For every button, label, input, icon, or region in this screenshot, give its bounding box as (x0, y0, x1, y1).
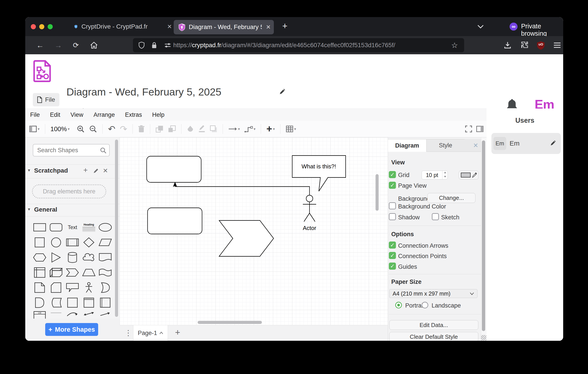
connection-points-checkbox[interactable]: ✓ (389, 252, 396, 259)
shadow-button[interactable] (210, 125, 217, 133)
pages-menu-kebab-icon[interactable]: ⋮ (125, 328, 132, 337)
menu-edit[interactable]: Edit (50, 112, 61, 118)
edit-name-pencil-icon[interactable] (550, 140, 556, 146)
shape-ellipse[interactable] (97, 220, 114, 235)
menu-file[interactable]: File (30, 112, 40, 118)
shape-heading[interactable]: Heading (81, 220, 97, 235)
table-button[interactable]: ▾ (286, 125, 296, 133)
shape-document[interactable] (97, 250, 114, 265)
macos-zoom-button[interactable] (48, 24, 53, 29)
menu-hamburger-icon[interactable] (553, 42, 561, 48)
node-rounded-rect-2[interactable] (147, 208, 202, 234)
shape-data-storage[interactable] (48, 295, 64, 310)
shape-step[interactable] (64, 265, 81, 280)
shape-triangle[interactable] (48, 250, 64, 265)
shadow-checkbox[interactable] (389, 213, 396, 220)
view-panels-button[interactable]: ▾ (29, 126, 40, 132)
tab-close-icon[interactable]: ✕ (167, 23, 172, 30)
shape-rounded-rectangle[interactable] (48, 220, 64, 235)
edit-data-button[interactable]: Edit Data... (389, 320, 478, 330)
zoom-in-button[interactable] (77, 125, 85, 133)
sketch-checkbox[interactable] (432, 213, 439, 220)
tab-list-chevron-icon[interactable] (477, 25, 484, 29)
grid-size-input[interactable] (422, 171, 442, 179)
zoom-out-button[interactable] (89, 125, 97, 133)
shape-cube[interactable] (48, 265, 64, 280)
grid-size-field[interactable] (422, 171, 448, 179)
menu-arrange[interactable]: Arrange (94, 112, 115, 118)
tracking-shield-icon[interactable] (139, 42, 145, 49)
downloads-icon[interactable] (504, 42, 511, 49)
grid-checkbox[interactable]: ✓ (389, 171, 396, 178)
shape-vertical-container[interactable] (81, 295, 97, 310)
forward-icon[interactable]: → (54, 36, 62, 54)
edge-actor-to-rect1[interactable] (173, 183, 310, 195)
shape-text[interactable]: Text (64, 220, 81, 235)
ublock-icon[interactable]: uO (537, 41, 545, 50)
waypoints-button[interactable]: ▾ (244, 125, 256, 133)
connection-style-button[interactable]: ▾ (228, 126, 240, 132)
shape-actor[interactable] (81, 280, 97, 295)
undo-button[interactable]: ↶ (108, 124, 116, 134)
general-section-header[interactable]: ▾ General (25, 204, 120, 216)
canvas-vertical-scrollbar[interactable] (376, 174, 379, 211)
page-view-checkbox[interactable]: ✓ (389, 182, 396, 189)
to-front-button[interactable] (156, 125, 164, 133)
tab-close-icon[interactable]: ✕ (266, 24, 271, 31)
shape-trapezoid[interactable] (81, 265, 97, 280)
shape-cylinder[interactable] (64, 250, 81, 265)
format-panel-toggle-button[interactable] (476, 126, 484, 132)
shape-diamond[interactable] (81, 235, 97, 250)
grid-color-button[interactable] (459, 171, 478, 179)
grid-size-stepper[interactable] (442, 171, 448, 179)
more-shapes-button[interactable]: + More Shapes (45, 323, 98, 336)
background-change-button[interactable]: Change... (427, 193, 475, 203)
resize-handle[interactable] (481, 335, 486, 340)
palette-scrollbar[interactable] (115, 140, 118, 317)
actor-label[interactable]: Actor (303, 225, 316, 231)
back-icon[interactable]: ← (36, 36, 44, 54)
shape-hexagon[interactable] (32, 250, 48, 265)
format-panel-scrollbar[interactable] (482, 140, 485, 331)
shape-process[interactable] (64, 235, 81, 250)
to-back-button[interactable] (168, 125, 176, 133)
connection-arrows-checkbox[interactable]: ✓ (389, 241, 396, 249)
shape-or[interactable] (97, 280, 114, 295)
shape-and[interactable] (32, 295, 48, 310)
bookmark-star-icon[interactable]: ☆ (451, 38, 458, 52)
user-card[interactable]: Em Em (491, 133, 561, 154)
clear-default-style-button[interactable]: Clear Default Style (389, 332, 478, 341)
shape-note[interactable] (32, 280, 48, 295)
scratchpad-add-icon[interactable]: + (83, 166, 88, 174)
node-step-shape[interactable] (219, 220, 274, 256)
shape-circle[interactable] (48, 235, 64, 250)
macos-close-button[interactable] (31, 24, 36, 29)
tab-cryptdrive[interactable]: CryptDrive - CryptPad.fr ✕ (74, 17, 172, 36)
zoom-level-dropdown[interactable]: 100%▾ (51, 125, 70, 133)
insert-button[interactable]: +▾ (266, 124, 275, 134)
new-tab-button[interactable]: + (282, 21, 287, 31)
add-page-button[interactable]: + (175, 327, 180, 337)
extensions-puzzle-icon[interactable] (521, 41, 529, 49)
permissions-icon[interactable] (164, 43, 171, 48)
scratchpad-drop-zone[interactable]: Drag elements here (32, 184, 106, 198)
url-bar[interactable]: https://cryptpad.fr/diagram/#/3/diagram/… (133, 38, 464, 52)
menu-help[interactable]: Help (152, 112, 165, 118)
portrait-radio[interactable] (395, 302, 402, 308)
file-menu-button[interactable]: File (33, 93, 59, 106)
tab-style[interactable]: Style (426, 139, 465, 152)
reload-icon[interactable]: ⟳ (73, 36, 79, 54)
tab-diagram-active[interactable]: Diagram - Wed, February 5, 202 ✕ (174, 20, 274, 34)
line-color-button[interactable] (198, 125, 205, 133)
rename-pencil-icon[interactable] (279, 88, 286, 95)
shape-card[interactable] (48, 280, 64, 295)
tab-diagram[interactable]: Diagram (388, 139, 426, 152)
node-rounded-rect-1[interactable] (147, 156, 201, 182)
callout-text[interactable]: What is this?! (302, 163, 336, 170)
scratchpad-close-icon[interactable]: ✕ (103, 167, 108, 174)
shape-square[interactable] (32, 235, 48, 250)
shape-internal-storage[interactable] (32, 265, 48, 280)
fullscreen-button[interactable] (465, 125, 472, 133)
menu-extras[interactable]: Extras (125, 112, 142, 118)
macos-minimize-button[interactable] (39, 24, 44, 29)
